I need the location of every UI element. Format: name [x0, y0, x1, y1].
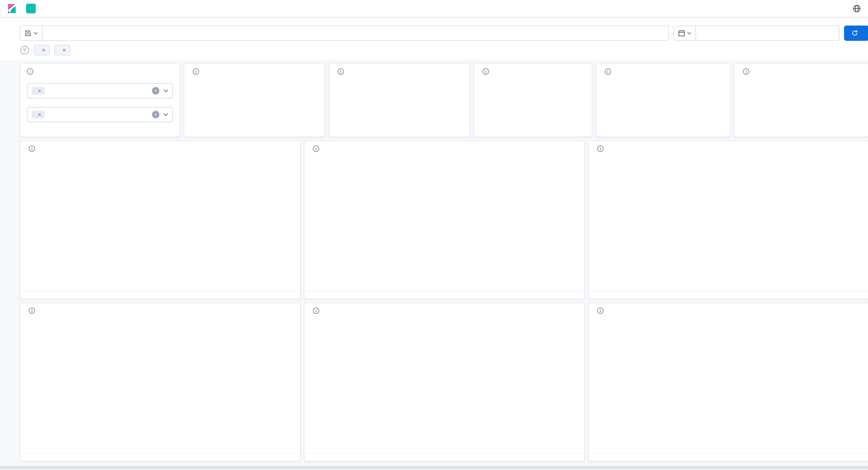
info-icon[interactable]: [313, 307, 319, 314]
total-requests-chart[interactable]: [305, 153, 584, 279]
cluster-select[interactable]: × ×: [27, 83, 173, 98]
panel-getset-commands: [20, 302, 301, 461]
kibana-logo-icon: [7, 3, 17, 14]
info-icon[interactable]: [597, 146, 603, 152]
panel-title: [305, 303, 584, 315]
panel-title: [20, 141, 300, 153]
info-icon[interactable]: [743, 68, 749, 75]
node-select[interactable]: × ×: [27, 107, 173, 122]
charts-row-1: [20, 141, 868, 299]
panel-user-cpu: [329, 63, 470, 137]
panel-connections: [588, 141, 868, 299]
chevron-down-icon[interactable]: [163, 112, 168, 117]
info-icon[interactable]: [605, 68, 611, 75]
saved-query-button[interactable]: [20, 26, 42, 41]
chart-legend: [305, 453, 584, 461]
chart-legend: [589, 453, 868, 461]
filter-bar: × ×: [20, 45, 868, 55]
cluster-token[interactable]: ×: [32, 87, 44, 95]
panel-listener-latency: [588, 302, 868, 461]
panel-title: [474, 64, 592, 76]
date-picker-button[interactable]: [673, 26, 696, 41]
header-actions: [852, 4, 868, 13]
remove-filter-icon[interactable]: ×: [42, 47, 45, 54]
combo-controls: ×: [152, 111, 168, 118]
panel-free-memory: [473, 63, 592, 137]
chart-legend: [589, 291, 868, 299]
scrollbar-track[interactable]: [0, 466, 868, 469]
dashboard-app-badge: [26, 4, 36, 13]
query-bar: [20, 26, 868, 41]
panel-system-cpu: [184, 63, 325, 137]
info-icon[interactable]: [27, 68, 33, 75]
chart-legend: [305, 291, 584, 299]
info-icon[interactable]: [313, 146, 319, 152]
refresh-button[interactable]: [844, 26, 868, 41]
panel-other-commands: [304, 302, 585, 461]
panel-network-traffic: [20, 141, 301, 299]
info-icon[interactable]: [483, 68, 489, 75]
help-button[interactable]: [852, 4, 861, 13]
search-input[interactable]: [48, 29, 658, 37]
filter-pill-cluster[interactable]: ×: [34, 45, 50, 55]
refresh-icon: [851, 30, 858, 36]
node-token[interactable]: ×: [32, 111, 44, 118]
panel-free-persistent: [596, 63, 731, 137]
listener-latency-chart[interactable]: [589, 315, 868, 441]
info-icon[interactable]: [193, 68, 199, 75]
network-traffic-chart[interactable]: [20, 153, 300, 279]
panel-title: [184, 64, 324, 76]
charts-row-2: [20, 302, 868, 461]
filter-icon[interactable]: [20, 45, 30, 55]
connections-chart[interactable]: [589, 153, 868, 279]
panel-title: [589, 303, 868, 315]
remove-filter-icon[interactable]: ×: [62, 47, 66, 54]
header-bar: [0, 0, 868, 18]
chart-legend: [20, 453, 300, 461]
metric-display: [596, 76, 730, 137]
info-icon[interactable]: [29, 146, 35, 152]
dashboard-toolbar: [0, 18, 868, 24]
dashboard-grid: × × × ×: [0, 60, 868, 466]
info-icon[interactable]: [338, 68, 344, 75]
chevron-down-icon: [687, 31, 691, 35]
calendar-icon: [678, 30, 685, 37]
chevron-down-icon: [33, 31, 38, 35]
clear-selection-icon[interactable]: ×: [152, 111, 159, 118]
panel-title: [596, 64, 730, 76]
filter-pill-node[interactable]: ×: [55, 45, 70, 55]
getset-commands-chart[interactable]: [20, 315, 300, 441]
kibana-logo[interactable]: [7, 3, 17, 14]
info-icon[interactable]: [597, 307, 603, 314]
chevron-down-icon[interactable]: [163, 88, 168, 93]
panel-title: [305, 141, 584, 153]
panel-total-requests: [304, 141, 585, 299]
panel-title: [735, 64, 868, 76]
metric-display: [735, 76, 868, 137]
globe-icon: [852, 4, 861, 13]
clear-selection-icon[interactable]: ×: [152, 87, 159, 94]
metric-display: [474, 76, 592, 137]
search-box: [42, 26, 669, 41]
panel-free-ephemeral: [734, 63, 868, 137]
panel-title: [589, 141, 868, 153]
chart-legend: [20, 291, 300, 299]
other-commands-chart[interactable]: [305, 315, 584, 441]
remove-token-icon[interactable]: ×: [38, 111, 41, 118]
combo-controls: ×: [152, 87, 168, 94]
panel-title: [329, 64, 470, 76]
kibana-dashboard-page: × × × ×: [0, 0, 868, 469]
info-icon[interactable]: [29, 307, 35, 314]
remove-token-icon[interactable]: ×: [38, 88, 41, 94]
panel-controls: × × × ×: [20, 63, 180, 137]
stats-row: × × × ×: [20, 63, 868, 137]
panel-title: [20, 303, 300, 315]
saved-query-icon: [24, 30, 32, 37]
date-range-display[interactable]: [696, 26, 839, 41]
